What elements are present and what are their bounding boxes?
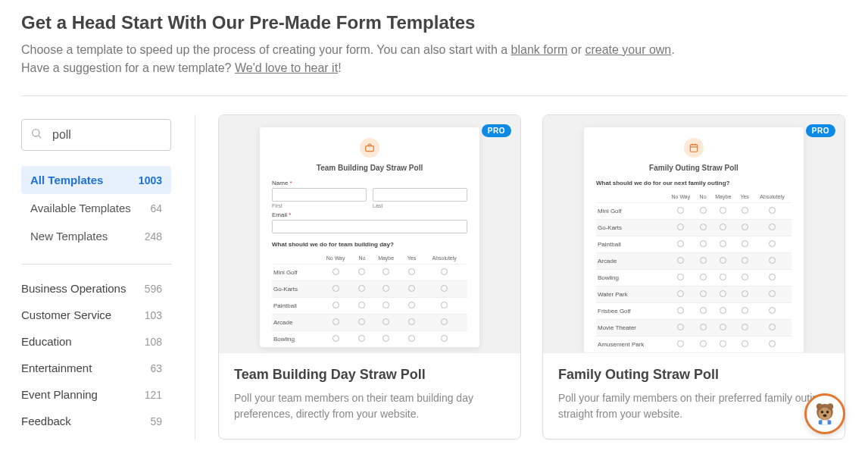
- category-list: Business Operations596Customer Service10…: [21, 275, 180, 434]
- calendar-icon: [684, 138, 704, 158]
- briefcase-icon: [360, 138, 379, 158]
- suggestion-text: Have a suggestion for a new template?: [21, 61, 235, 74]
- mascot-icon: [810, 399, 839, 428]
- category-label: Feedback: [21, 415, 71, 427]
- suggestion-text: !: [338, 61, 341, 74]
- subtitle-text: .: [671, 43, 674, 56]
- filter-count: 1003: [139, 174, 162, 186]
- filter-item-new-templates[interactable]: New Templates248: [21, 222, 171, 250]
- pro-badge: PRO: [806, 124, 835, 137]
- card-preview: PRO Team Building Day Straw Poll Name * …: [219, 115, 520, 353]
- category-count: 59: [150, 415, 162, 427]
- category-label: Event Planning: [21, 388, 98, 401]
- category-item-education[interactable]: Education108: [21, 328, 171, 355]
- card-title: Family Outing Straw Poll: [558, 367, 829, 383]
- svg-rect-3: [690, 145, 697, 152]
- category-count: 596: [145, 283, 162, 295]
- filter-item-all-templates[interactable]: All Templates1003: [21, 166, 171, 194]
- svg-rect-15: [822, 420, 827, 424]
- header-divider: [21, 95, 847, 96]
- svg-point-10: [827, 403, 833, 409]
- category-label: Education: [21, 335, 72, 348]
- category-item-event-planning[interactable]: Event Planning121: [21, 381, 171, 408]
- create-own-link[interactable]: create your own: [585, 43, 671, 56]
- svg-point-13: [823, 415, 827, 418]
- main-content: PRO Team Building Day Straw Poll Name * …: [195, 114, 847, 440]
- category-count: 121: [145, 389, 162, 401]
- suggestion-link[interactable]: We'd love to hear it: [235, 61, 338, 74]
- svg-point-9: [816, 403, 823, 409]
- svg-rect-2: [366, 146, 374, 152]
- filter-list: All Templates1003Available Templates64Ne…: [21, 166, 180, 250]
- help-chat-button[interactable]: [804, 393, 845, 434]
- card-title: Team Building Day Straw Poll: [234, 367, 505, 383]
- svg-point-11: [821, 411, 824, 414]
- page-title: Get a Head Start With Our Pre-Made Form …: [21, 12, 847, 33]
- template-card[interactable]: PRO Family Outing Straw Poll What should…: [542, 114, 845, 440]
- card-description: Poll your family members on their prefer…: [558, 390, 829, 422]
- filter-item-available-templates[interactable]: Available Templates64: [21, 194, 171, 222]
- blank-form-link[interactable]: blank form: [511, 43, 568, 56]
- category-count: 108: [145, 336, 162, 348]
- subtitle-text: Choose a template to speed up the proces…: [21, 43, 511, 56]
- filter-label: All Templates: [30, 174, 103, 186]
- filter-count: 64: [150, 202, 162, 214]
- card-description: Poll your team members on their team bui…: [234, 390, 505, 422]
- category-count: 63: [150, 362, 162, 374]
- filter-label: New Templates: [30, 230, 108, 243]
- category-item-customer-service[interactable]: Customer Service103: [21, 302, 171, 328]
- template-card[interactable]: PRO Team Building Day Straw Poll Name * …: [218, 114, 521, 440]
- category-label: Customer Service: [21, 308, 111, 321]
- card-preview: PRO Family Outing Straw Poll What should…: [543, 115, 845, 353]
- pro-badge: PRO: [482, 124, 511, 137]
- sidebar: All Templates1003Available Templates64Ne…: [21, 114, 195, 440]
- subtitle-text: or: [567, 43, 585, 56]
- sidebar-divider: [21, 264, 171, 264]
- page-subtitle: Choose a template to speed up the proces…: [21, 41, 847, 77]
- filter-count: 248: [145, 230, 162, 243]
- svg-point-12: [826, 411, 829, 414]
- filter-label: Available Templates: [30, 202, 131, 214]
- search-input[interactable]: [21, 119, 171, 151]
- category-item-entertainment[interactable]: Entertainment63: [21, 355, 171, 381]
- category-label: Business Operations: [21, 282, 126, 295]
- category-label: Entertainment: [21, 362, 92, 374]
- category-count: 103: [145, 309, 162, 321]
- category-item-feedback[interactable]: Feedback59: [21, 408, 171, 434]
- category-item-business-operations[interactable]: Business Operations596: [21, 275, 171, 302]
